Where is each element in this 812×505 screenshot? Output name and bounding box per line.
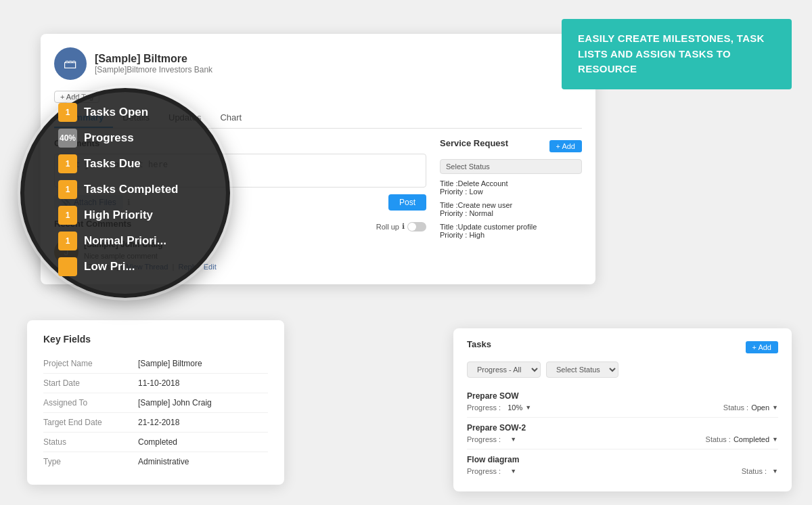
task-name-3: Flow diagram — [467, 455, 778, 464]
teal-banner: EASILY CREATE MILESTONES, TASK LISTS AND… — [562, 19, 792, 89]
key-field-target-end-date: Target End Date 21-12-2018 — [43, 413, 268, 433]
service-title-3: Title :Update customer profile — [440, 223, 582, 231]
task-progress-label-2: Progress : — [467, 435, 501, 443]
key-fields-panel: Key Fields Project Name [Sample] Biltmor… — [27, 320, 284, 485]
edit-link[interactable]: Edit — [204, 263, 217, 271]
circle-item-tasks-completed: 1 Tasks Completed — [58, 180, 179, 199]
task-progress-group-2: ▼ — [508, 436, 516, 443]
key-fields-title: Key Fields — [43, 334, 268, 345]
task-row-3: Flow diagram Progress : ▼ Status : ▼ — [467, 449, 778, 481]
task-progress-group-1: 10% ▼ — [508, 403, 531, 412]
service-priority-2: Priority : Normal — [440, 209, 582, 217]
kf-label-start-date: Start Date — [43, 378, 138, 388]
service-priority-1: Priority : Low — [440, 188, 582, 196]
task-progress-group-3: ▼ — [508, 468, 516, 475]
badge-progress: 40% — [58, 129, 77, 148]
circle-item-low-priority: Low Pri... — [58, 257, 135, 276]
task-progress-arrow-2[interactable]: ▼ — [510, 436, 516, 443]
task-status-arrow-2[interactable]: ▼ — [772, 436, 778, 443]
task-status-group-3: Status : ▼ — [742, 467, 778, 475]
task-details-1: Progress : 10% ▼ Status : Open ▼ — [467, 403, 778, 412]
circle-item-tasks-due: 1 Tasks Due — [58, 154, 141, 173]
tasks-panel: Tasks + Add Progress - All Select Status… — [453, 328, 792, 491]
kf-value-assigned-to: [Sample] John Craig — [138, 398, 212, 408]
kf-value-start-date: 11-10-2018 — [138, 378, 179, 388]
task-name-1: Prepare SOW — [467, 391, 778, 401]
tasks-add-button[interactable]: + Add — [746, 341, 778, 353]
task-status-arrow-1[interactable]: ▼ — [772, 404, 778, 411]
kf-label-target-end-date: Target End Date — [43, 418, 138, 427]
tasks-header: Tasks + Add — [467, 339, 778, 355]
kf-value-type: Administrative — [138, 457, 189, 466]
label-tasks-due: Tasks Due — [84, 157, 141, 171]
task-progress-value-1: 10% — [508, 403, 522, 412]
banner-text: EASILY CREATE MILESTONES, TASK LISTS AND… — [578, 32, 765, 74]
service-item-3: Title :Update customer profile Priority … — [440, 223, 582, 239]
task-status-group-2: Status : Completed ▼ — [706, 435, 778, 443]
task-status-value-2: Completed — [734, 435, 769, 443]
task-progress-label-3: Progress : — [467, 467, 501, 475]
kf-label-project-name: Project Name — [43, 359, 138, 368]
circle-item-normal-priority: 1 Normal Priori... — [58, 232, 166, 250]
task-status-label-2: Status : — [706, 435, 731, 443]
info-icon-2: ℹ — [402, 222, 405, 231]
task-progress-arrow-1[interactable]: ▼ — [525, 404, 531, 411]
label-tasks-completed: Tasks Completed — [84, 183, 179, 196]
roll-up-switch[interactable] — [407, 222, 426, 232]
task-status-value-1: Open — [751, 403, 769, 412]
service-priority-3: Priority : High — [440, 231, 582, 239]
badge-low-priority — [58, 257, 77, 276]
task-row-1: Prepare SOW Progress : 10% ▼ Status : Op… — [467, 386, 778, 418]
kf-label-status: Status — [43, 437, 138, 447]
tasks-progress-filter[interactable]: Progress - All — [467, 361, 541, 378]
project-subtitle: [Sample]Biltmore Investors Bank — [95, 65, 212, 74]
label-normal-priority: Normal Priori... — [84, 234, 166, 248]
task-name-2: Prepare SOW-2 — [467, 423, 778, 433]
badge-high-priority: 1 — [58, 206, 77, 225]
task-progress-arrow-3[interactable]: ▼ — [510, 468, 516, 475]
badge-tasks-open: 1 — [58, 103, 77, 122]
kf-value-target-end-date: 21-12-2018 — [138, 418, 179, 427]
label-tasks-open: Tasks Open — [84, 106, 148, 119]
key-field-status: Status Completed — [43, 433, 268, 452]
tasks-title: Tasks — [467, 339, 491, 349]
tab-chart[interactable]: Chart — [210, 108, 251, 128]
kf-value-status: Completed — [138, 437, 177, 447]
tasks-status-filter[interactable]: Select Status — [546, 361, 618, 378]
avatar-icon: 🗃 — [64, 56, 77, 72]
service-section: Service Request + Add Select Status Titl… — [440, 138, 582, 271]
service-header: Service Request + Add — [440, 138, 582, 154]
kf-label-assigned-to: Assigned To — [43, 398, 138, 408]
project-header: 🗃 [Sample] Biltmore [Sample]Biltmore Inv… — [54, 47, 582, 80]
service-status-select[interactable]: Select Status — [440, 159, 582, 174]
roll-up-toggle[interactable]: Roll up ℹ — [376, 222, 426, 232]
service-request-title: Service Request — [440, 138, 508, 148]
service-add-button[interactable]: + Add — [549, 140, 582, 152]
task-status-label-3: Status : — [742, 467, 767, 475]
task-status-label-1: Status : — [723, 403, 748, 412]
kf-value-project-name: [Sample] Biltmore — [138, 359, 202, 368]
label-high-priority: High Priority — [84, 208, 153, 222]
key-field-assigned-to: Assigned To [Sample] John Craig — [43, 393, 268, 413]
service-title-2: Title :Create new user — [440, 201, 582, 209]
circle-item-progress: 40% Progress — [58, 129, 134, 148]
badge-normal-priority: 1 — [58, 232, 77, 250]
task-row-2: Prepare SOW-2 Progress : ▼ Status : Comp… — [467, 418, 778, 449]
label-progress: Progress — [84, 131, 134, 145]
service-title-1: Title :Delete Account — [440, 179, 582, 188]
task-status-arrow-3[interactable]: ▼ — [772, 468, 778, 475]
project-avatar: 🗃 — [54, 47, 87, 80]
project-title: [Sample] Biltmore — [95, 53, 212, 65]
service-item-1: Title :Delete Account Priority : Low — [440, 179, 582, 196]
key-field-project-name: Project Name [Sample] Biltmore — [43, 354, 268, 374]
badge-tasks-due: 1 — [58, 154, 77, 173]
post-button[interactable]: Post — [388, 194, 426, 211]
kf-label-type: Type — [43, 457, 138, 466]
task-status-group-1: Status : Open ▼ — [723, 403, 778, 412]
key-field-start-date: Start Date 11-10-2018 — [43, 374, 268, 393]
tasks-filters: Progress - All Select Status — [467, 361, 778, 378]
circle-overlay: 1 Tasks Open 40% Progress 1 Tasks Due 1 … — [20, 88, 230, 298]
circle-item-high-priority: 1 High Priority — [58, 206, 153, 225]
label-low-priority: Low Pri... — [84, 260, 135, 273]
project-title-block: [Sample] Biltmore [Sample]Biltmore Inves… — [95, 53, 212, 74]
